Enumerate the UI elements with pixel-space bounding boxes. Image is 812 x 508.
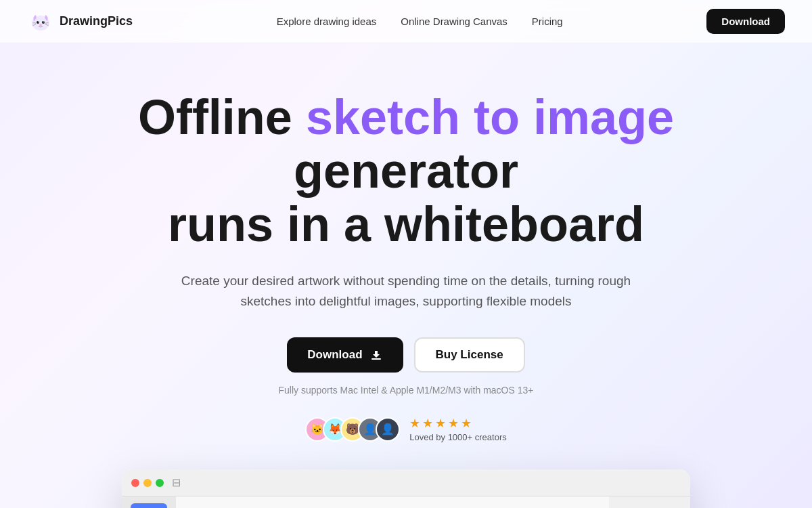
star-2: ★ xyxy=(422,416,433,431)
hero-download-button[interactable]: Download xyxy=(287,337,403,373)
nav-item-explore[interactable]: Explore drawing ideas xyxy=(277,16,377,28)
download-icon xyxy=(369,348,383,362)
social-proof: 🐱 🦊 🐻 👤 👤 ★ ★ ★ ★ ★ Loved by 1000+ creat… xyxy=(14,416,798,442)
avatar-5: 👤 xyxy=(376,417,400,442)
svg-point-2 xyxy=(37,21,39,24)
app-sidebar xyxy=(122,496,176,508)
logo-icon xyxy=(27,8,54,35)
hero-title: Offline sketch to image generator runs i… xyxy=(14,91,798,252)
stars-row: ★ ★ ★ ★ ★ xyxy=(409,416,472,431)
nav-item-pricing[interactable]: Pricing xyxy=(532,16,563,28)
sidebar-toggle-icon[interactable]: ⊟ xyxy=(172,476,181,489)
maximize-dot[interactable] xyxy=(156,479,164,487)
titlebar-dots xyxy=(131,479,164,487)
nav-download-button[interactable]: Download xyxy=(706,9,785,34)
nav-link-canvas[interactable]: Online Drawing Canvas xyxy=(401,16,508,27)
app-titlebar: ⊟ xyxy=(122,469,690,496)
nav-link-explore[interactable]: Explore drawing ideas xyxy=(277,16,377,27)
support-text: Fully supports Mac Intel & Apple M1/M2/M… xyxy=(14,385,798,396)
hero-download-label: Download xyxy=(307,348,362,362)
star-3: ★ xyxy=(435,416,446,431)
hero-buy-button[interactable]: Buy License xyxy=(414,337,525,373)
hero-title-purple: sketch to image xyxy=(306,90,674,144)
close-dot[interactable] xyxy=(131,479,139,487)
nav-links: Explore drawing ideas Online Drawing Can… xyxy=(277,16,563,28)
nav-item-canvas[interactable]: Online Drawing Canvas xyxy=(401,16,508,28)
logo-area: DrawingPics xyxy=(27,8,133,35)
app-content: a white cat Manual xyxy=(122,496,690,508)
svg-rect-7 xyxy=(371,358,381,360)
app-right-panel: Manual xyxy=(609,496,690,508)
minimize-dot[interactable] xyxy=(143,479,152,487)
star-5: ★ xyxy=(461,416,472,431)
navbar: DrawingPics Explore drawing ideas Online… xyxy=(0,0,812,43)
hero-title-generator: generator xyxy=(294,144,518,198)
hero-title-offline: Offline xyxy=(138,90,306,144)
loved-text: Loved by 1000+ creators xyxy=(409,432,506,442)
hero-buttons: Download Buy License xyxy=(14,337,798,373)
star-4: ★ xyxy=(448,416,459,431)
sidebar-mini-button[interactable] xyxy=(131,503,167,508)
logo-text: DrawingPics xyxy=(60,14,133,28)
hero-title-whiteboard: runs in a whiteboard xyxy=(168,197,644,251)
star-1: ★ xyxy=(409,416,420,431)
hero-subtitle: Create your desired artwork without spen… xyxy=(176,271,636,312)
avatars: 🐱 🦊 🐻 👤 👤 xyxy=(305,417,400,442)
svg-point-4 xyxy=(38,21,39,22)
stars-label: ★ ★ ★ ★ ★ Loved by 1000+ creators xyxy=(409,416,506,442)
svg-point-6 xyxy=(39,24,42,25)
svg-point-5 xyxy=(43,21,44,22)
app-preview: ⊟ a white cat xyxy=(122,469,690,508)
hero-section: Offline sketch to image generator runs i… xyxy=(0,43,812,508)
nav-link-pricing[interactable]: Pricing xyxy=(532,16,563,27)
svg-point-3 xyxy=(42,21,45,24)
